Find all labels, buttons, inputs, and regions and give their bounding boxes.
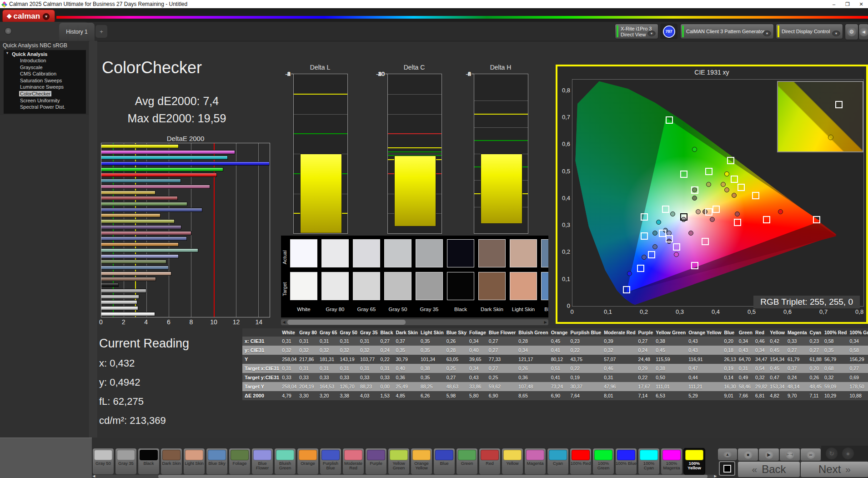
palette-item-moderate-red[interactable]: Moderate Red <box>342 448 364 475</box>
cell-tx-light-skin: 0,38 <box>419 364 445 373</box>
workflow-dot-button[interactable] <box>5 27 12 35</box>
actual-swatch-gray-80 <box>321 239 349 267</box>
display-control-name: Direct Display Control <box>782 29 830 35</box>
palette-swatch <box>390 450 408 460</box>
palette-item-foliage[interactable]: Foliage <box>229 448 251 475</box>
cell-ty-moderate-red: 0,31 <box>602 373 637 382</box>
stop-button[interactable]: ■ <box>738 448 758 461</box>
step-button[interactable]: ⊢⊣ <box>779 448 800 461</box>
avg-de2000: Avg dE2000: 7,4 <box>102 95 252 108</box>
palette-item-100-green[interactable]: 100% Green <box>592 448 614 475</box>
palette-item-magenta[interactable]: Magenta <box>524 448 546 475</box>
cell-Y-moderate-red: 57,07 <box>602 355 637 364</box>
back-button[interactable]: « Back <box>738 461 800 478</box>
palette-item-100-red[interactable]: 100% Red <box>570 448 592 475</box>
meter-badge: 707 <box>663 25 675 38</box>
sidebar-item-label: CMS Calibration <box>19 71 57 76</box>
tab-history-1[interactable]: History 1 <box>59 23 95 41</box>
tree-root-label: Quick Analysis <box>12 51 47 57</box>
next-button[interactable]: Next » <box>800 461 868 478</box>
palette-swatch <box>253 450 271 460</box>
app-window: Calman 2025 Calman Ultimate for Business… <box>0 0 868 478</box>
swatch-label: Gray 80 <box>321 307 349 312</box>
cell-tx-gray-80: 0,31 <box>298 364 318 373</box>
cell-Y-blue-flower: 77,33 <box>487 355 517 364</box>
palette-item-purplish-blue[interactable]: Purplish Blue <box>320 448 341 475</box>
swatch-scrollbar[interactable]: ◀ ▶ <box>281 319 548 325</box>
maximize-button[interactable]: ❐ <box>841 1 854 7</box>
sidebar-item-colorchecker[interactable]: ColorChecker <box>4 91 86 97</box>
cell-tY-blue-sky: 48,63 <box>445 382 468 391</box>
palette-item-dark-skin[interactable]: Dark Skin <box>161 448 182 475</box>
deltae-bar-yellow <box>101 191 156 195</box>
palette-item-green[interactable]: Green <box>456 448 478 475</box>
add-tab-button[interactable]: + <box>95 25 107 38</box>
scroll-left-icon[interactable]: ◀ <box>93 474 95 478</box>
palette-item-100-cyan[interactable]: 100% Cyan <box>638 448 660 475</box>
sidebar-item-cms-calibration[interactable]: CMS Calibration <box>4 70 86 77</box>
pattern-generator-dropdown[interactable]: CalMAN Client 3 Pattern Generator ▼ <box>680 24 774 39</box>
palette-item-blue-flower[interactable]: Blue Flower <box>251 448 273 475</box>
cell-de-white: 4,79 <box>281 391 298 400</box>
scroll-right-icon[interactable]: ▶ <box>542 319 548 325</box>
cell-tY-gray-80: 204,19 <box>298 382 318 391</box>
palette-item-red[interactable]: Red <box>479 448 501 475</box>
sidebar-item-introduction[interactable]: Introduction <box>4 57 86 64</box>
cell-tY-yellow: 153,34 <box>768 382 786 391</box>
palette-item-cyan[interactable]: Cyan <box>547 448 569 475</box>
palette-item-yellow[interactable]: Yellow <box>502 448 523 475</box>
play-button[interactable]: ▶ <box>758 448 779 461</box>
display-control-dropdown[interactable]: Direct Display Control ▼ <box>776 24 843 39</box>
palette-item-bluish-green[interactable]: Bluish Green <box>274 448 296 475</box>
refresh-button[interactable]: ↻ <box>826 448 838 459</box>
continuous-read-button[interactable]: ∞ <box>800 448 821 461</box>
pattern-window-button[interactable] <box>719 461 735 476</box>
palette-item-orange-yellow[interactable]: Orange Yellow <box>411 448 432 475</box>
palette-item-blue[interactable]: Blue <box>433 448 455 475</box>
palette-item-100-blue[interactable]: 100% Blue <box>615 448 637 475</box>
sidebar-item-luminance-sweeps[interactable]: Luminance Sweeps <box>4 84 86 91</box>
minimize-button[interactable]: – <box>827 1 841 7</box>
palette-item-purple[interactable]: Purple <box>365 448 387 475</box>
scroll-right-icon[interactable]: ▶ <box>714 474 717 478</box>
meter-dropdown[interactable]: X-Rite i1Pro 3 Direct View ▼ <box>615 24 658 39</box>
record-button[interactable]: ● <box>842 448 854 459</box>
settings-button[interactable]: ⚙ <box>845 24 858 40</box>
palette-item-blue-sky[interactable]: Blue Sky <box>206 448 228 475</box>
palette-expand-button[interactable]: ▲ <box>717 448 738 461</box>
calman-menu-button[interactable]: ❖ calman ▼ <box>2 10 55 23</box>
tree-node-quick-analysis[interactable]: ▾ Quick Analysis <box>4 50 86 57</box>
swatch-scroll-thumb[interactable] <box>287 320 406 325</box>
sidebar-item-spectral-power-dist-[interactable]: Spectral Power Dist. <box>4 104 86 111</box>
palette-scroll-thumb[interactable] <box>158 475 707 478</box>
palette-swatch <box>526 450 544 460</box>
cell-de-100-green: 10,88 <box>848 391 868 400</box>
sidebar-item-grayscale[interactable]: Grayscale <box>4 64 86 71</box>
palette-item-orange[interactable]: Orange <box>297 448 319 475</box>
cell-de-bluish-green: 8,65 <box>517 391 549 400</box>
cell-Y-orange: 80,12 <box>550 355 569 364</box>
collapse-toolbar-button[interactable]: ◀ <box>858 24 868 40</box>
refresh-icon: ↻ <box>829 450 834 457</box>
cell-tx-blue-sky: 0,25 <box>445 364 468 373</box>
cell-tY-black: 0,00 <box>379 382 394 391</box>
display-status-bar <box>778 25 779 37</box>
palette-item-100-magenta[interactable]: 100% Magenta <box>661 448 682 475</box>
palette-item-100-yellow[interactable]: 100% Yellow <box>683 448 705 475</box>
palette-item-black[interactable]: Black <box>138 448 160 475</box>
x-tick-label: 6 <box>167 318 171 326</box>
scroll-left-icon[interactable]: ◀ <box>281 319 287 325</box>
sidebar-item-screen-uniformity[interactable]: Screen Uniformity <box>4 97 86 104</box>
palette-item-yellow-green[interactable]: Yellow Green <box>388 448 410 475</box>
palette-item-light-skin[interactable]: Light Skin <box>183 448 205 475</box>
cell-ty-black: 0,33 <box>379 373 394 382</box>
cell-de-gray-80: 3,30 <box>298 391 318 400</box>
close-button[interactable]: ✕ <box>854 1 868 7</box>
delta-bar <box>300 154 342 233</box>
sidebar-item-saturation-sweeps[interactable]: Saturation Sweeps <box>4 77 86 84</box>
palette-item-gray-35[interactable]: Gray 35 <box>115 448 137 475</box>
palette-item-gray-50[interactable]: Gray 50 <box>92 448 114 475</box>
deltae-bar-row <box>101 242 270 247</box>
meter-badge-button[interactable]: 707 <box>660 24 677 39</box>
palette-scrollbar[interactable]: ◀ ▶ <box>92 475 717 478</box>
